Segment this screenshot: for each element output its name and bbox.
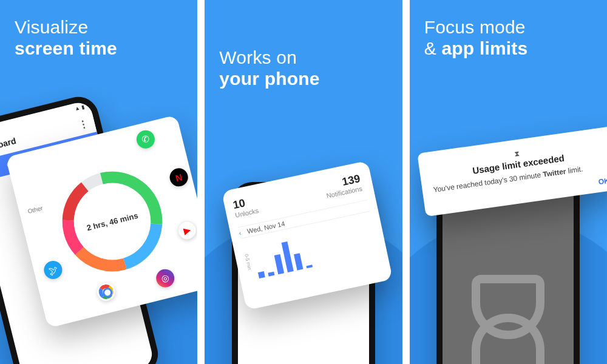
timeline-bar (282, 241, 294, 272)
chevron-left-icon[interactable]: ‹ (239, 229, 242, 237)
hourglass-icon (472, 275, 544, 365)
promo-panel-works-phone: Works on your phone 10 Unlocks 139 Notif… (205, 0, 402, 364)
alert-body-app: Twitter (542, 167, 566, 178)
timeline-bar (294, 253, 303, 271)
instagram-icon: ◎ (154, 267, 176, 289)
promo-panel-focus-limits: Focus mode & app limits 10:00 ⧗ Usage li… (410, 0, 607, 364)
timeline-bars (253, 237, 313, 278)
twitter-icon: 🕊 (42, 259, 64, 281)
whatsapp-icon: ✆ (135, 129, 157, 150)
timeline-bar (258, 271, 265, 278)
promo-triptych: Visualize screen time 9:56 ▲ ▮ Dashboard… (0, 0, 607, 364)
headline: Focus mode & app limits (424, 17, 592, 59)
headline-line2: app limits (441, 38, 527, 58)
timeline-bar (274, 254, 285, 274)
youtube-icon: ▶ (176, 219, 197, 241)
headline: Visualize screen time (15, 17, 183, 59)
netflix-icon: N (168, 166, 189, 188)
chrome-ring (97, 283, 115, 300)
headline-line1: Works on (219, 47, 297, 67)
headline-line1: Focus mode (424, 17, 526, 37)
headline-line2: screen time (15, 38, 117, 58)
timeline-bar (307, 265, 313, 268)
headline: Works on your phone (219, 47, 387, 89)
headline-line2: your phone (219, 69, 319, 89)
promo-panel-visualize: Visualize screen time 9:56 ▲ ▮ Dashboard… (0, 0, 197, 364)
stat-unlocks: 10 Unlocks (232, 186, 298, 219)
segment-label-other: Other (27, 204, 44, 215)
headline-amp: & (424, 38, 442, 58)
date-label: Wed, Nov 14 (246, 220, 286, 235)
overflow-icon[interactable]: ⋮ (78, 117, 90, 130)
headline-line1: Visualize (15, 17, 88, 37)
timeline-bar (268, 272, 275, 277)
status-icons: ▲ ▮ (74, 104, 85, 112)
alert-body-suffix: limit. (565, 164, 583, 175)
stat-notifications: 139 Notifications (297, 172, 363, 205)
